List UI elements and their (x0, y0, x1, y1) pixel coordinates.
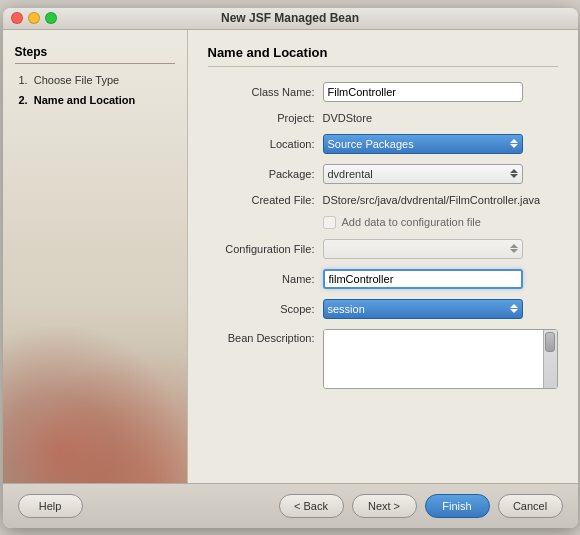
class-name-label: Class Name: (208, 86, 323, 98)
pkg-arrow-up-icon (510, 169, 518, 173)
class-name-row: Class Name: (208, 82, 558, 102)
step-2-number: 2. (19, 94, 28, 106)
step-1: 1. Choose File Type (15, 72, 175, 88)
package-label: Package: (208, 168, 323, 180)
title-bar: New JSF Managed Bean (3, 8, 578, 30)
scrollbar-thumb (545, 332, 555, 352)
window-title: New JSF Managed Bean (221, 11, 359, 25)
created-file-row: Created File: DStore/src/java/dvdrental/… (208, 194, 558, 206)
scope-arrow-down-icon (510, 309, 518, 313)
created-file-label: Created File: (208, 194, 323, 206)
location-label: Location: (208, 138, 323, 150)
project-label: Project: (208, 112, 323, 124)
scope-arrow-up-icon (510, 304, 518, 308)
step-1-number: 1. (19, 74, 28, 86)
bean-desc-textarea[interactable] (324, 330, 558, 388)
bean-desc-label: Bean Description: (208, 329, 323, 344)
scope-select[interactable]: session (323, 299, 523, 319)
cfg-arrow-down-icon (510, 249, 518, 253)
bean-desc-textarea-container (323, 329, 558, 389)
name-row: Name: (208, 269, 558, 289)
content-area: Steps 1. Choose File Type 2. Name and Lo… (3, 30, 578, 483)
scope-label: Scope: (208, 303, 323, 315)
class-name-input[interactable] (323, 82, 523, 102)
sidebar-decoration (3, 323, 187, 483)
main-panel: Name and Location Class Name: Project: D… (188, 30, 578, 483)
textarea-scrollbar[interactable] (543, 330, 557, 388)
close-button[interactable] (11, 12, 23, 24)
package-select-arrows (510, 169, 518, 178)
maximize-button[interactable] (45, 12, 57, 24)
scope-row: Scope: session (208, 299, 558, 319)
scope-select-arrows (510, 304, 518, 313)
step-2: 2. Name and Location (15, 92, 175, 108)
navigation-buttons: < Back Next > Finish Cancel (279, 494, 563, 518)
add-config-label: Add data to configuration file (342, 216, 481, 228)
next-button[interactable]: Next > (352, 494, 417, 518)
location-row: Location: Source Packages (208, 134, 558, 154)
name-input[interactable] (323, 269, 523, 289)
bean-desc-row: Bean Description: (208, 329, 558, 389)
add-config-row: Add data to configuration file (208, 216, 558, 229)
traffic-lights (11, 12, 57, 24)
bottom-bar: Help < Back Next > Finish Cancel (3, 483, 578, 528)
step-1-label: Choose File Type (34, 74, 119, 86)
package-select[interactable]: dvdrental (323, 164, 523, 184)
location-select[interactable]: Source Packages (323, 134, 523, 154)
finish-button[interactable]: Finish (425, 494, 490, 518)
minimize-button[interactable] (28, 12, 40, 24)
name-label: Name: (208, 273, 323, 285)
cancel-button[interactable]: Cancel (498, 494, 563, 518)
help-button[interactable]: Help (18, 494, 83, 518)
section-title: Name and Location (208, 45, 558, 67)
back-button[interactable]: < Back (279, 494, 344, 518)
project-row: Project: DVDStore (208, 112, 558, 124)
pkg-arrow-down-icon (510, 174, 518, 178)
config-file-label: Configuration File: (208, 243, 323, 255)
steps-list: 1. Choose File Type 2. Name and Location (15, 72, 175, 108)
steps-title: Steps (15, 45, 175, 64)
scope-select-text: session (328, 303, 365, 315)
package-row: Package: dvdrental (208, 164, 558, 184)
created-file-value: DStore/src/java/dvdrental/FilmController… (323, 194, 541, 206)
arrow-down-icon (510, 144, 518, 148)
config-file-row: Configuration File: (208, 239, 558, 259)
dialog-window: New JSF Managed Bean Steps 1. Choose Fil… (3, 8, 578, 528)
sidebar: Steps 1. Choose File Type 2. Name and Lo… (3, 30, 188, 483)
package-select-text: dvdrental (328, 168, 373, 180)
config-file-select[interactable] (323, 239, 523, 259)
project-value: DVDStore (323, 112, 373, 124)
config-select-arrows (510, 244, 518, 253)
add-config-checkbox[interactable] (323, 216, 336, 229)
arrow-up-icon (510, 139, 518, 143)
step-2-label: Name and Location (34, 94, 135, 106)
location-select-text: Source Packages (328, 138, 414, 150)
cfg-arrow-up-icon (510, 244, 518, 248)
location-select-arrows (510, 139, 518, 148)
